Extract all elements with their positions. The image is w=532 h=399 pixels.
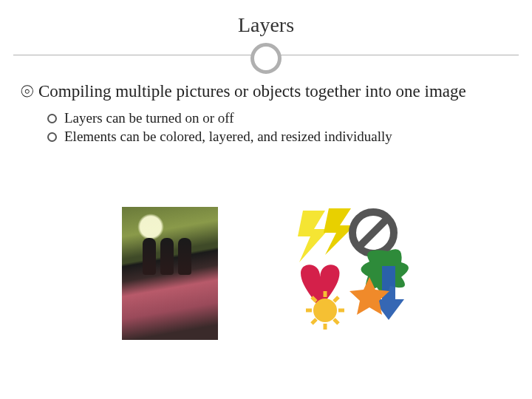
svg-line-11: [334, 297, 338, 301]
sub-bullet-item: Layers can be turned on or off: [47, 109, 511, 128]
sub-bullet-text: Elements can be colored, layered, and re…: [64, 127, 392, 146]
images-row: [0, 207, 532, 340]
sub-bullet-item: Elements can be colored, layered, and re…: [47, 127, 511, 146]
svg-line-13: [334, 319, 338, 324]
title-area: Layers: [0, 0, 532, 37]
swirl-bullet-icon: ⦾: [21, 81, 34, 102]
example-image-left: [122, 207, 218, 340]
example-image-right: [284, 207, 410, 332]
sub-bullet-text: Layers can be turned on or off: [64, 109, 234, 128]
hollow-bullet-icon: [47, 114, 57, 123]
svg-line-12: [312, 319, 316, 324]
hollow-bullet-icon: [47, 132, 57, 142]
slide: Layers ⦾ Compiling multiple pictures or …: [0, 0, 532, 399]
svg-marker-0: [298, 211, 329, 262]
main-bullet: ⦾ Compiling multiple pictures or objects…: [21, 81, 511, 103]
sub-bullet-list: Layers can be turned on or off Elements …: [47, 109, 511, 146]
decor-circle-icon: [250, 43, 282, 74]
svg-point-5: [313, 299, 337, 322]
main-bullet-text: Compiling multiple pictures or objects t…: [38, 81, 511, 103]
content-area: ⦾ Compiling multiple pictures or objects…: [21, 81, 511, 146]
svg-line-3: [358, 218, 388, 248]
slide-title: Layers: [238, 13, 294, 37]
